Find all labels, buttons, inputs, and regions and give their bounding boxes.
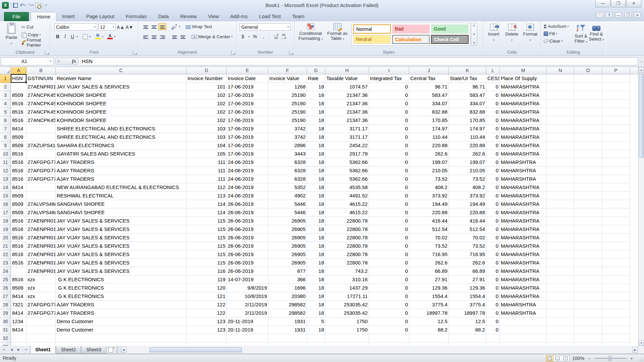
cell-A33[interactable] bbox=[11, 343, 26, 346]
cell-N4[interactable] bbox=[547, 100, 574, 108]
cell-J24[interactable]: 66.89 bbox=[409, 267, 449, 276]
cell-F31[interactable]: 1931 bbox=[268, 326, 307, 334]
cell-P12[interactable] bbox=[602, 167, 630, 175]
cell-O8[interactable] bbox=[574, 133, 602, 141]
cell-F33[interactable] bbox=[268, 343, 307, 346]
cell-M6[interactable]: MAHARASHTRA bbox=[500, 116, 547, 125]
cell-F8[interactable]: 3742 bbox=[268, 133, 307, 141]
page-layout-view-button[interactable] bbox=[554, 355, 561, 361]
cell-C8[interactable]: SHREE ELECTRICAL AND ELECTRONICS bbox=[56, 133, 186, 141]
italic-button[interactable]: I bbox=[62, 33, 68, 40]
cell-I3[interactable]: 0 bbox=[369, 91, 409, 100]
cell-J28[interactable]: 3775.4 bbox=[409, 301, 449, 309]
cell-E7[interactable]: 17-06-2019 bbox=[227, 125, 268, 133]
row-header-24[interactable]: 24 bbox=[0, 267, 11, 276]
cell-O22[interactable] bbox=[574, 250, 602, 259]
cell-D2[interactable]: 101 bbox=[186, 83, 227, 91]
cell-L27[interactable]: 0 bbox=[486, 292, 500, 301]
name-box-dropdown-icon[interactable]: ▾ bbox=[48, 60, 53, 63]
cell-O9[interactable] bbox=[574, 141, 602, 150]
cell-B8[interactable] bbox=[26, 133, 56, 141]
cell-B14[interactable] bbox=[26, 183, 56, 192]
column-header-J[interactable]: J bbox=[409, 67, 449, 74]
cell-H4[interactable]: 21347.36 bbox=[325, 100, 369, 108]
cell-L7[interactable]: 0 bbox=[486, 125, 500, 133]
cell-C33[interactable] bbox=[56, 343, 186, 346]
cell-M31[interactable] bbox=[500, 326, 547, 334]
cell-I9[interactable]: 0 bbox=[369, 141, 409, 150]
font-color-button[interactable]: A bbox=[107, 33, 113, 40]
expand-formula-bar-icon[interactable]: ⌄ bbox=[639, 59, 644, 63]
cell-I33[interactable] bbox=[369, 343, 409, 346]
cell-N23[interactable] bbox=[547, 259, 574, 267]
find-select-button[interactable]: Find &Select ▾ bbox=[589, 22, 604, 42]
cell-F21[interactable]: 26905 bbox=[268, 242, 307, 250]
row-header-22[interactable]: 22 bbox=[0, 250, 11, 259]
cell-D22[interactable]: 115 bbox=[186, 250, 227, 259]
column-header-N[interactable]: N bbox=[547, 67, 574, 74]
cell-P32[interactable] bbox=[602, 334, 630, 343]
row-header-21[interactable]: 21 bbox=[0, 242, 11, 250]
cell-E32[interactable] bbox=[227, 334, 268, 343]
cell-E21[interactable]: 26-06-2019 bbox=[227, 242, 268, 250]
cell-N1[interactable] bbox=[547, 74, 574, 83]
cell-D18[interactable]: 115 bbox=[186, 217, 227, 225]
cell-C24[interactable]: JAY VIJAY SALES & SERVICES bbox=[56, 267, 186, 276]
cell-A27[interactable]: 8414 bbox=[11, 292, 26, 301]
cell-M2[interactable]: MAHARASHTRA bbox=[500, 83, 547, 91]
cell-M10[interactable]: MAHARASHTRA bbox=[500, 150, 547, 158]
cell-N16[interactable] bbox=[547, 200, 574, 208]
cell-L20[interactable]: 0 bbox=[486, 234, 500, 242]
cell-G28[interactable]: 18 bbox=[307, 301, 325, 309]
cell-B3[interactable]: 27ANCPK45 bbox=[26, 91, 56, 100]
cell-style-good[interactable]: Good bbox=[431, 24, 469, 34]
cell-E20[interactable]: 26-06-2019 bbox=[227, 234, 268, 242]
cell-A16[interactable]: 8509 bbox=[11, 200, 26, 208]
ribbon-tab-review[interactable]: Review bbox=[174, 12, 202, 21]
cell-M15[interactable]: MAHARASHTRA bbox=[500, 192, 547, 200]
cell-L1[interactable]: CESS bbox=[486, 74, 500, 83]
cell-K8[interactable]: 110.44 bbox=[449, 133, 486, 141]
increase-decimal-button[interactable]: ←.0 .00 bbox=[273, 34, 279, 40]
cell-C28[interactable]: AJAY TRADERS bbox=[56, 301, 186, 309]
cell-L16[interactable]: 0 bbox=[486, 200, 500, 208]
cell-C27[interactable]: G K ELECTRONICS bbox=[56, 292, 186, 301]
cell-K25[interactable]: 27.91 bbox=[449, 276, 486, 284]
cell-O32[interactable] bbox=[574, 334, 602, 343]
cell-N17[interactable] bbox=[547, 208, 574, 217]
cell-J3[interactable]: 583.47 bbox=[409, 91, 449, 100]
row-header-28[interactable]: 28 bbox=[0, 301, 11, 309]
cell-M16[interactable]: MAHARASHTRA bbox=[500, 200, 547, 208]
cell-O19[interactable] bbox=[574, 225, 602, 234]
cell-C23[interactable]: JAY VIJAY SALES & SERVICES bbox=[56, 259, 186, 267]
wrap-text-button[interactable]: Wrap Text bbox=[185, 23, 212, 30]
cell-H12[interactable]: 5362.66 bbox=[325, 167, 369, 175]
cell-L11[interactable]: 0 bbox=[486, 158, 500, 167]
cell-N8[interactable] bbox=[547, 133, 574, 141]
cell-L19[interactable]: 0 bbox=[486, 225, 500, 234]
cell-O27[interactable] bbox=[574, 292, 602, 301]
cell-J23[interactable]: 262.6 bbox=[409, 259, 449, 267]
cell-L15[interactable]: 0 bbox=[486, 192, 500, 200]
cell-N25[interactable] bbox=[547, 276, 574, 284]
font-size-select[interactable]: 12▾ bbox=[98, 23, 116, 31]
cell-M18[interactable]: MAHARASHTRA bbox=[500, 217, 547, 225]
cell-H10[interactable]: 2917.79 bbox=[325, 150, 369, 158]
cell-M11[interactable]: MAHARSHTRA bbox=[500, 158, 547, 167]
cell-A20[interactable]: 8516 bbox=[11, 234, 26, 242]
cell-N6[interactable] bbox=[547, 116, 574, 125]
cell-J14[interactable]: 408.2 bbox=[409, 183, 449, 192]
column-header-P[interactable]: P bbox=[602, 67, 630, 74]
bold-button[interactable]: B bbox=[54, 33, 61, 40]
cell-C26[interactable]: G K ELECTRONICS bbox=[56, 284, 186, 292]
cell-H33[interactable] bbox=[325, 343, 369, 346]
cell-L22[interactable]: 0 bbox=[486, 250, 500, 259]
cell-O24[interactable] bbox=[574, 267, 602, 276]
cell-N32[interactable] bbox=[547, 334, 574, 343]
row-header-19[interactable]: 19 bbox=[0, 225, 11, 234]
cell-B30[interactable] bbox=[26, 317, 56, 326]
cell-A5[interactable]: 8516 bbox=[11, 108, 26, 116]
cell-D9[interactable]: 104 bbox=[186, 141, 227, 150]
cell-F26[interactable]: 1696 bbox=[268, 284, 307, 292]
cell-A19[interactable]: 8516 bbox=[11, 225, 26, 234]
